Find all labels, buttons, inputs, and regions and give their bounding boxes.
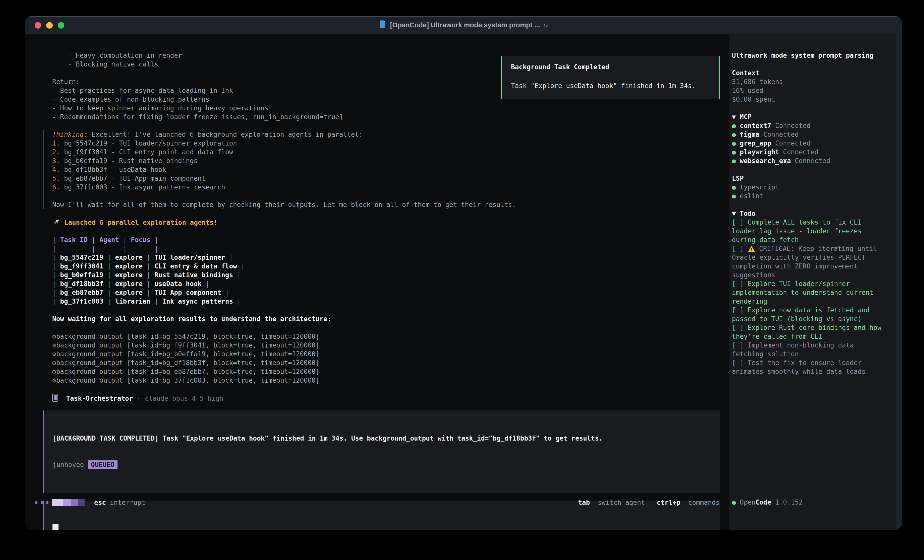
mcp-server-item: ● figma Connected bbox=[732, 130, 883, 139]
terminal-line: Now waiting for all exploration results … bbox=[35, 314, 720, 323]
mcp-server-item: ● context7 Connected bbox=[732, 121, 883, 130]
pbox-icon bbox=[52, 395, 58, 402]
terminal-line: ⚙background_output [task_id=bg_5547c219,… bbox=[35, 332, 720, 341]
document-icon bbox=[379, 20, 386, 30]
todo-item[interactable]: [ ] Test the fix to ensure loader animat… bbox=[732, 359, 883, 376]
completed-task-meta: junhoyeo QUEUED bbox=[52, 460, 720, 469]
spinner-icon: ○ bbox=[543, 21, 548, 29]
app-version: ● OpenCode 1.0.152 bbox=[732, 498, 803, 507]
background-task-notification[interactable]: Background Task Completed Task "Explore … bbox=[501, 56, 720, 99]
mcp-server-item: ● grep_app Connected bbox=[732, 139, 883, 148]
status-badge: QUEUED bbox=[88, 460, 117, 469]
zoom-button[interactable] bbox=[58, 22, 64, 28]
keyboard-hints: tab switch agent ctrl+p commands bbox=[578, 498, 720, 507]
terminal-line: Thinking: Excellent! I've launched 6 bac… bbox=[35, 130, 720, 139]
terminal-line bbox=[35, 323, 720, 332]
terminal-line: | bg_b0effa19 | explore | Rust native bi… bbox=[35, 271, 720, 280]
terminal-line bbox=[35, 306, 720, 314]
terminal-line: ⚙background_output [task_id=bg_eb87ebb7,… bbox=[35, 367, 720, 376]
esc-key-label: interrupt bbox=[110, 498, 146, 507]
terminal-line: 5. bg_eb87ebb7 - TUI App main component bbox=[35, 174, 720, 183]
notification-body: Task "Explore useData hook" finished in … bbox=[511, 82, 718, 90]
rocket-icon bbox=[52, 219, 60, 226]
todo-item[interactable]: [ ] CRITICAL: Keep iterating until Oracl… bbox=[732, 244, 883, 280]
context-stat: $0.00 spent bbox=[732, 95, 883, 104]
todo-item[interactable]: [ ] Implement non-blocking data fetching… bbox=[732, 341, 883, 359]
todo-item[interactable]: [ ] Explore TUI loader/spinner implement… bbox=[732, 280, 883, 306]
terminal-line: Task-Orchestrator · claude-opus-4-5-high bbox=[35, 394, 720, 403]
terminal-line: 3. bg_b0effa19 - Rust native bindings bbox=[35, 157, 720, 165]
completed-task-message: [BACKGROUND TASK COMPLETED] Task "Explor… bbox=[52, 434, 720, 443]
title-bar: [OpenCode] Ultrawork mode system prompt … bbox=[25, 16, 902, 34]
mcp-server-item: ● websearch_exa Connected bbox=[732, 157, 883, 165]
context-stat: 16% used bbox=[732, 86, 883, 95]
commands-key-label: commands bbox=[688, 499, 720, 506]
todo-section: ▼ Todo [ ] Complete ALL tasks to fix CLI… bbox=[732, 209, 883, 376]
terminal-line: | bg_5547c219 | explore | TUI loader/spi… bbox=[35, 253, 720, 262]
terminal-line: ⚙background_output [task_id=bg_df18bb3f,… bbox=[35, 359, 720, 367]
terminal-line: ⚙background_output [task_id=bg_f9ff3041,… bbox=[35, 341, 720, 350]
terminal-line bbox=[35, 209, 720, 218]
context-stat: 31,686 tokens bbox=[732, 78, 883, 86]
terminal-line bbox=[35, 227, 720, 236]
mcp-server-item: ● playwright Connected bbox=[732, 148, 883, 157]
terminal-line: | bg_37f1c003 | librarian | Ink async pa… bbox=[35, 297, 720, 306]
terminal-line: ⚙background_output [task_id=bg_37f1c003,… bbox=[35, 376, 720, 385]
context-lines: 31,686 tokens16% used$0.00 spent bbox=[732, 78, 883, 104]
text-cursor bbox=[52, 524, 58, 530]
lsp-items: ● typescript● eslint bbox=[732, 183, 883, 201]
tab-key-hint[interactable]: tab bbox=[578, 499, 590, 506]
notification-title: Background Task Completed bbox=[511, 63, 718, 72]
warning-icon bbox=[748, 245, 755, 252]
mcp-header[interactable]: ▼ MCP bbox=[732, 113, 883, 121]
lsp-server-item: ● eslint bbox=[732, 192, 883, 201]
completed-task-block: [BACKGROUND TASK COMPLETED] Task "Explor… bbox=[43, 410, 720, 493]
terminal-line: Now I'll wait for all of them to complet… bbox=[35, 201, 720, 209]
context-header: Context bbox=[732, 69, 883, 78]
terminal-line: 1. bg_5547c219 - TUI loader/spinner expl… bbox=[35, 139, 720, 148]
window-title-text: [OpenCode] Ultrawork mode system prompt … bbox=[390, 21, 540, 29]
todo-item[interactable]: [ ] Complete ALL tasks to fix CLI loader… bbox=[732, 218, 883, 244]
terminal-pane: - Heavy computation in render - Blocking… bbox=[35, 51, 720, 530]
username: junhoyeo bbox=[52, 461, 84, 469]
context-section: Context 31,686 tokens16% used$0.00 spent bbox=[732, 69, 883, 104]
mcp-items: ● context7 Connected● figma Connected● g… bbox=[732, 121, 883, 165]
chevron-down-icon: ▼ bbox=[732, 113, 736, 121]
terminal-rows: - Heavy computation in render - Blocking… bbox=[35, 51, 720, 403]
sidebar: Ultrawork mode system prompt parsing Con… bbox=[732, 51, 883, 385]
chevron-down-icon: ▼ bbox=[732, 210, 736, 217]
lsp-server-item: ● typescript bbox=[732, 183, 883, 192]
lsp-section: LSP ● typescript● eslint bbox=[732, 174, 883, 201]
terminal-line bbox=[35, 121, 720, 130]
mcp-section: ▼ MCP ● context7 Connected● figma Connec… bbox=[732, 113, 883, 165]
terminal-line: 4. bg_df18bb3f - useData hook bbox=[35, 165, 720, 174]
terminal-line: | bg_eb87ebb7 | explore | TUI App compon… bbox=[35, 288, 720, 297]
terminal-line: - Recommendations for fixing loader free… bbox=[35, 113, 720, 121]
scrollbar-track[interactable] bbox=[896, 34, 902, 530]
tab-key-label: switch agent bbox=[598, 499, 645, 506]
window-title: [OpenCode] Ultrawork mode system prompt … bbox=[379, 20, 548, 30]
todo-item[interactable]: [ ] Explore Rust core bindings and how t… bbox=[732, 323, 883, 341]
terminal-line: 2. bg_f9ff3041 - CLI entry point and dat… bbox=[35, 148, 720, 157]
todo-items: [ ] Complete ALL tasks to fix CLI loader… bbox=[732, 218, 883, 376]
terminal-line: | Task ID | Agent | Focus | bbox=[35, 236, 720, 244]
activity-dots-icon bbox=[35, 501, 48, 504]
session-title: Ultrawork mode system prompt parsing bbox=[732, 51, 883, 60]
lsp-header: LSP bbox=[732, 174, 883, 183]
terminal-line: Launched 6 parallel exploration agents! bbox=[35, 218, 720, 227]
minimize-button[interactable] bbox=[46, 22, 53, 28]
todo-item[interactable]: [ ] Explore how data is fetched and pass… bbox=[732, 306, 883, 323]
esc-key-hint[interactable]: esc bbox=[94, 498, 106, 507]
traffic-lights bbox=[34, 22, 64, 28]
terminal-line: |---------|-------|-------| bbox=[35, 244, 720, 253]
status-bar: esc interrupt tab switch agent ctrl+p co… bbox=[35, 498, 720, 507]
terminal-line bbox=[35, 192, 720, 201]
close-button[interactable] bbox=[34, 22, 41, 28]
terminal-line bbox=[35, 385, 720, 394]
terminal-line: | bg_f9ff3041 | explore | CLI entry & da… bbox=[35, 262, 720, 271]
todo-header[interactable]: ▼ Todo bbox=[732, 209, 883, 218]
terminal-line: - How to keep spinner animating during h… bbox=[35, 104, 720, 113]
terminal-line: 6. bg_37f1c003 - Ink async patterns rese… bbox=[35, 183, 720, 192]
terminal-line: ⚙background_output [task_id=bg_b0effa19,… bbox=[35, 350, 720, 359]
commands-key-hint[interactable]: ctrl+p bbox=[657, 499, 681, 506]
